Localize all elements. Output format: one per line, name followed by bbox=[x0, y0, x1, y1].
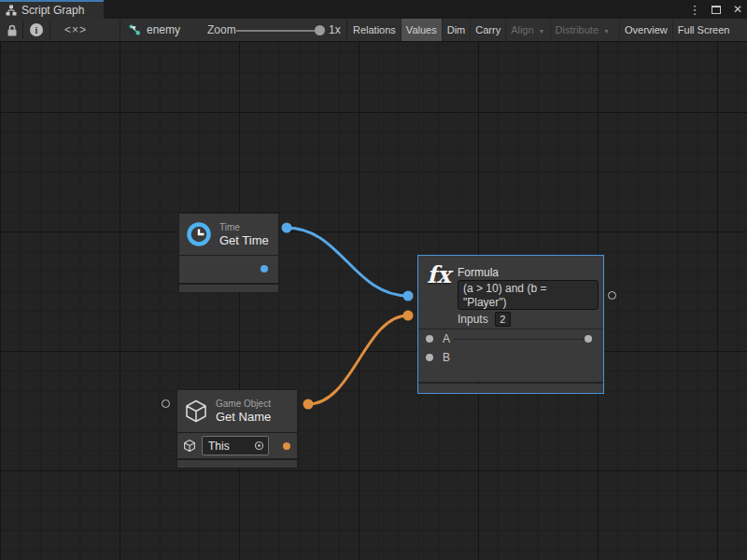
title-bar: Script Graph bbox=[0, 0, 747, 19]
connection-endpoint bbox=[403, 291, 414, 301]
dim-button[interactable]: Dim bbox=[442, 19, 471, 41]
relation-line bbox=[454, 339, 588, 340]
connection-endpoint bbox=[282, 223, 292, 233]
graph-toolbar: i enemy Zoom 1x Relations Values Dim Car… bbox=[0, 19, 747, 42]
get-time-body bbox=[179, 256, 278, 283]
formula-port-row-a: A bbox=[418, 329, 603, 348]
toolbar-buttons: Relations Values Dim Carry Align Distrib… bbox=[348, 19, 734, 41]
zoom-label: Zoom bbox=[207, 23, 236, 36]
clock-icon bbox=[186, 221, 212, 247]
get-name-output-port[interactable] bbox=[283, 442, 290, 450]
formula-expression-field[interactable]: (a > 10) and (b = "Player") bbox=[458, 280, 599, 310]
formula-fx-icon: fx bbox=[427, 261, 451, 288]
node-get-time[interactable]: Time Get Time bbox=[179, 214, 278, 292]
graph-canvas[interactable]: Time Get Time fx Formula (a > 10) and (b… bbox=[0, 42, 747, 560]
tab-label: Script Graph bbox=[21, 4, 84, 17]
info-icon: i bbox=[30, 23, 43, 36]
zoom-label-item: Zoom bbox=[207, 19, 236, 41]
port-label: A bbox=[443, 332, 450, 345]
lock-button[interactable] bbox=[4, 19, 20, 41]
toolbar-divider bbox=[346, 21, 347, 39]
zoom-slider-track[interactable] bbox=[236, 30, 318, 32]
zoom-slider-handle[interactable] bbox=[315, 25, 325, 35]
target-object-field[interactable]: This bbox=[202, 436, 269, 455]
zoom-level-item: 1x bbox=[329, 19, 341, 41]
get-time-header[interactable]: Time Get Time bbox=[179, 214, 278, 256]
distribute-dropdown[interactable]: Distribute bbox=[550, 19, 614, 41]
code-view-button[interactable] bbox=[56, 19, 95, 41]
port-label: B bbox=[443, 351, 450, 364]
tab-script-graph[interactable]: Script Graph bbox=[0, 0, 104, 19]
inputs-count-field[interactable]: 2 bbox=[495, 312, 511, 327]
node-formula[interactable]: fx Formula (a > 10) and (b = "Player") I… bbox=[417, 255, 604, 394]
toolbar-divider bbox=[22, 21, 23, 39]
formula-port-row-b: B bbox=[418, 348, 603, 367]
window-controls bbox=[688, 0, 744, 19]
get-name-header[interactable]: Game Object Get Name bbox=[177, 390, 297, 433]
connections-layer bbox=[0, 42, 747, 560]
formula-footer bbox=[418, 384, 603, 393]
node-category: Time bbox=[219, 222, 269, 233]
kebab-menu-icon[interactable] bbox=[688, 2, 701, 17]
node-category: Game Object bbox=[216, 399, 271, 410]
fullscreen-button[interactable]: Full Screen bbox=[672, 19, 735, 41]
zoom-level: 1x bbox=[329, 23, 341, 36]
connection-endpoint bbox=[403, 311, 414, 321]
carry-button[interactable]: Carry bbox=[470, 19, 505, 41]
target-object-value: This bbox=[208, 440, 254, 453]
formula-output-port[interactable] bbox=[585, 335, 592, 343]
node-title: Formula bbox=[458, 266, 499, 279]
graph-breadcrumb[interactable]: enemy bbox=[128, 19, 180, 41]
get-name-target-port[interactable] bbox=[162, 399, 170, 408]
formula-input-a-port[interactable] bbox=[426, 335, 433, 343]
node-title: Get Name bbox=[216, 410, 271, 424]
inputs-label: Inputs bbox=[458, 313, 488, 326]
graph-name: enemy bbox=[147, 23, 180, 36]
relations-button[interactable]: Relations bbox=[348, 19, 401, 41]
script-graph-icon bbox=[6, 5, 17, 16]
connection-getname-to-formula-b bbox=[308, 315, 408, 404]
game-object-mini-icon bbox=[183, 439, 196, 453]
formula-result-port[interactable] bbox=[608, 291, 616, 300]
formula-input-b-port[interactable] bbox=[426, 354, 433, 361]
info-button[interactable]: i bbox=[26, 19, 47, 41]
connection-endpoint bbox=[303, 399, 314, 410]
node-get-name[interactable]: Game Object Get Name This bbox=[177, 390, 297, 468]
node-title: Get Time bbox=[219, 233, 269, 247]
formula-header[interactable]: fx Formula (a > 10) and (b = "Player") I… bbox=[418, 256, 603, 329]
maximize-icon[interactable] bbox=[710, 2, 723, 17]
object-picker-icon[interactable] bbox=[254, 441, 264, 451]
get-name-footer bbox=[177, 460, 297, 468]
connection-gettime-to-formula-a bbox=[287, 228, 408, 296]
lock-icon bbox=[7, 23, 18, 37]
get-name-body: This bbox=[177, 433, 297, 458]
graph-icon bbox=[128, 23, 141, 36]
values-button[interactable]: Values bbox=[401, 19, 442, 41]
cube-icon bbox=[184, 399, 208, 424]
overview-button[interactable]: Overview bbox=[619, 19, 672, 41]
get-time-output-port[interactable] bbox=[261, 265, 268, 273]
toolbar-divider bbox=[120, 21, 120, 39]
formula-ports: A B bbox=[418, 329, 603, 382]
close-icon[interactable] bbox=[731, 2, 744, 17]
toolbar-divider bbox=[49, 21, 50, 39]
get-time-footer bbox=[179, 285, 278, 292]
align-dropdown[interactable]: Align bbox=[505, 19, 549, 41]
